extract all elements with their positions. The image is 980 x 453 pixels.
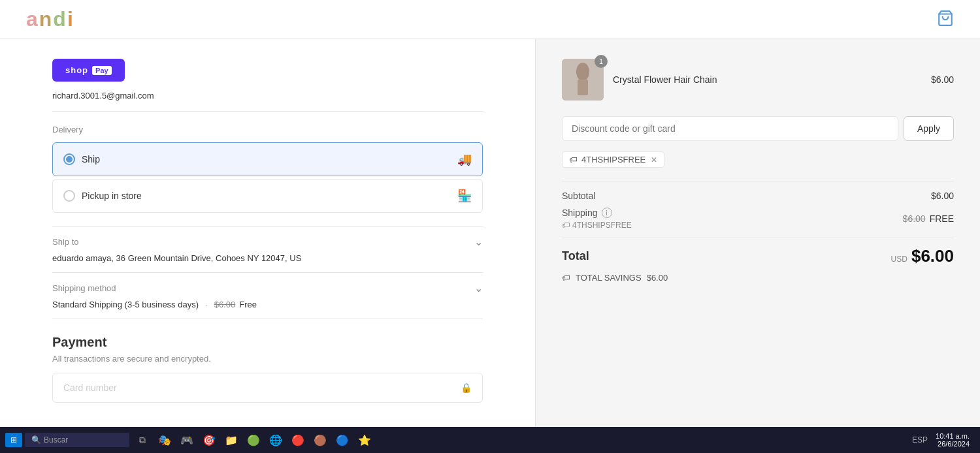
ship-to-address: eduardo amaya, 36 Green Mountain Drive, … — [52, 253, 483, 273]
svg-point-2 — [576, 63, 589, 81]
taskbar-app-4[interactable]: 📁 — [221, 430, 242, 450]
start-button[interactable]: ⊞ — [5, 433, 22, 447]
pickup-option[interactable]: Pickup in store 🏪 — [52, 179, 483, 213]
savings-tag-icon: 🏷 — [562, 273, 570, 283]
discount-row: Apply — [562, 116, 954, 141]
cart-icon[interactable] — [937, 10, 954, 29]
ship-to-section: Ship to ⌄ eduardo amaya, 36 Green Mounta… — [52, 226, 483, 273]
windows-icon: ⊞ — [10, 435, 17, 445]
shipping-value-group: $6.00 FREE — [903, 208, 954, 230]
taskbar-time: 10:41 a.m. 26/6/2024 — [930, 432, 975, 448]
order-item: 1 Crystal Flower Hair Chain $6.00 — [562, 59, 954, 101]
main-content: shop Pay richard.3001.5@gmail.com Delive… — [0, 39, 980, 427]
savings-amount: $6.00 — [647, 273, 668, 283]
left-panel: shop Pay richard.3001.5@gmail.com Delive… — [0, 39, 536, 427]
shipping-method-label: Shipping method — [52, 283, 116, 293]
header: andi — [0, 0, 980, 39]
delivery-options: Ship 🚚 Pickup in store 🏪 — [52, 142, 483, 213]
shop-pay-label: shop — [65, 65, 88, 75]
ship-radio-inner — [66, 156, 73, 163]
ship-radio[interactable] — [63, 153, 75, 165]
taskbar-app-10[interactable]: ⭐ — [354, 430, 375, 450]
taskbar-app-6[interactable]: 🌐 — [265, 430, 286, 450]
remove-coupon-button[interactable]: ✕ — [651, 155, 657, 164]
truck-icon: 🚚 — [457, 152, 472, 166]
store-icon: 🏪 — [457, 189, 472, 203]
ship-to-header: Ship to ⌄ — [52, 236, 483, 248]
delivery-label: Delivery — [52, 125, 483, 134]
taskbar-app-7[interactable]: 🔴 — [287, 430, 308, 450]
total-value-group: USD $6.00 — [891, 246, 954, 266]
logo: andi — [26, 7, 74, 31]
shipping-method-header: Shipping method ⌄ — [52, 282, 483, 294]
shipping-coupon-code: 4THSHIPSFREE — [572, 221, 632, 230]
tag-icon: 🏷 — [569, 155, 578, 164]
product-info: Crystal Flower Hair Chain — [613, 74, 922, 85]
payment-title: Payment — [52, 335, 483, 350]
product-image-wrap: 1 — [562, 59, 604, 101]
product-price: $6.00 — [931, 74, 954, 85]
logo-char-n: n — [39, 7, 54, 31]
shop-pay-button[interactable]: shop Pay — [52, 59, 125, 82]
coupon-code: 4THSHIPSFREE — [581, 155, 645, 164]
date-display: 26/6/2024 — [936, 440, 970, 448]
lang-label: ESP — [912, 435, 928, 445]
taskbar-app-3[interactable]: 🎯 — [199, 430, 220, 450]
shipping-free-label: Free — [239, 300, 257, 309]
lock-icon: 🔒 — [461, 383, 472, 393]
card-placeholder: Card number — [63, 383, 117, 393]
subtotal-label: Subtotal — [562, 191, 595, 201]
pickup-label: Pickup in store — [82, 191, 142, 201]
total-row: Total USD $6.00 — [562, 238, 954, 266]
taskbar: ⊞ 🔍 Buscar ⧉ 🎭 🎮 🎯 📁 🟢 🌐 🔴 🟤 🔵 ⭐ ESP 10:… — [0, 427, 980, 453]
pickup-radio[interactable] — [63, 190, 75, 202]
shipping-label: Shipping — [562, 208, 598, 218]
email-display: richard.3001.5@gmail.com — [52, 91, 483, 112]
quantity-badge: 1 — [595, 55, 608, 68]
right-panel: 1 Crystal Flower Hair Chain $6.00 Apply … — [536, 39, 980, 427]
payment-subtitle: All transactions are secure and encrypte… — [52, 354, 483, 364]
payment-section: Payment All transactions are secure and … — [52, 335, 483, 403]
coupon-tag: 🏷 4THSHIPSFREE ✕ — [562, 151, 664, 168]
taskbar-search[interactable]: 🔍 Buscar — [25, 433, 129, 447]
ship-to-label: Ship to — [52, 237, 78, 247]
time-display: 10:41 a.m. — [936, 432, 970, 440]
ship-option[interactable]: Ship 🚚 — [52, 142, 483, 176]
subtotal-value: $6.00 — [931, 191, 954, 201]
logo-char-d: d — [53, 7, 67, 31]
product-name: Crystal Flower Hair Chain — [613, 74, 922, 85]
taskbar-app-8[interactable]: 🟤 — [310, 430, 331, 450]
shipping-method-value: Standard Shipping (3-5 business days) · … — [52, 300, 483, 309]
total-amount: $6.00 — [911, 246, 954, 266]
subtotal-row: Subtotal $6.00 — [562, 191, 954, 201]
savings-label: TOTAL SAVINGS — [576, 273, 642, 283]
shipping-strike-price: $6.00 — [903, 213, 926, 224]
card-input-box[interactable]: Card number 🔒 — [52, 373, 483, 403]
taskbar-icons: ⧉ 🎭 🎮 🎯 📁 🟢 🌐 🔴 🟤 🔵 ⭐ — [132, 430, 375, 450]
savings-row: 🏷 TOTAL SAVINGS $6.00 — [562, 273, 954, 283]
task-view-icon[interactable]: ⧉ — [132, 430, 153, 450]
shipping-free: FREE — [930, 213, 954, 224]
discount-input[interactable] — [562, 116, 898, 141]
taskbar-app-5[interactable]: 🟢 — [243, 430, 264, 450]
taskbar-app-9[interactable]: 🔵 — [332, 430, 353, 450]
search-icon: 🔍 — [31, 435, 41, 445]
shop-pay-sub: Pay — [92, 66, 112, 75]
shipping-row: Shipping i 🏷 4THSHIPSFREE $6.00 FREE — [562, 208, 954, 230]
taskbar-app-1[interactable]: 🎭 — [154, 430, 175, 450]
logo-char-a1: a — [26, 7, 39, 31]
shipping-coupon-label: 🏷 4THSHIPSFREE — [562, 221, 632, 230]
summary-rows: Subtotal $6.00 Shipping i 🏷 4THSHIPSFREE… — [562, 181, 954, 283]
shipping-original-price: $6.00 — [214, 300, 236, 309]
shipping-method-section: Shipping method ⌄ Standard Shipping (3-5… — [52, 282, 483, 319]
logo-char-i: i — [67, 7, 74, 31]
svg-rect-3 — [578, 80, 588, 95]
total-currency: USD — [891, 255, 907, 264]
shipping-method-text: Standard Shipping (3-5 business days) — [52, 300, 199, 309]
user-email: richard.3001.5@gmail.com — [52, 91, 154, 101]
taskbar-app-2[interactable]: 🎮 — [176, 430, 197, 450]
shipping-method-chevron[interactable]: ⌄ — [474, 282, 483, 294]
ship-to-chevron[interactable]: ⌄ — [474, 236, 483, 248]
apply-button[interactable]: Apply — [904, 116, 954, 141]
ship-label: Ship — [82, 154, 100, 164]
